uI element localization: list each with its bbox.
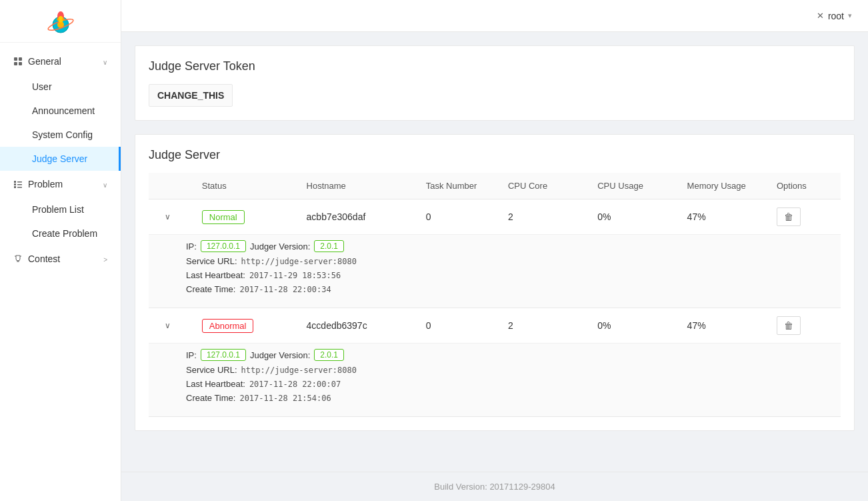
sidebar-item-system-config[interactable]: System Config xyxy=(0,123,121,147)
detail-url-line-1: Service URL: http://judge-server:8080 xyxy=(186,365,830,375)
detail-create-line-1: Create Time: 2017-11-28 21:54:06 xyxy=(186,393,830,403)
contest-chevron-icon xyxy=(103,254,107,264)
detail-create-line-0: Create Time: 2017-11-28 22:00:34 xyxy=(186,284,830,294)
col-header-hostname: Hostname xyxy=(296,173,415,199)
problem-chevron-icon xyxy=(103,179,107,189)
delete-button-0[interactable]: 🗑 xyxy=(777,207,801,226)
create-time-label-1: Create Time: xyxy=(186,393,235,403)
memory-usage-cell-1: 47% xyxy=(677,308,766,344)
detail-heartbeat-line-1: Last Heartbeat: 2017-11-28 22:00:07 xyxy=(186,379,830,389)
svg-rect-16 xyxy=(17,187,22,188)
service-url-label-0: Service URL: xyxy=(186,256,237,266)
app-header: ✕ root ▾ xyxy=(121,0,868,32)
judge-token-section: Judge Server Token CHANGE_THIS xyxy=(135,45,855,121)
list-icon xyxy=(13,179,23,189)
cpu-core-cell-0: 2 xyxy=(497,199,587,235)
expand-button-1[interactable]: ∨ xyxy=(159,318,176,333)
judge-server-title: Judge Server xyxy=(149,148,841,162)
cpu-core-cell-1: 2 xyxy=(497,308,587,344)
version-badge-1: 2.0.1 xyxy=(314,349,344,361)
user-chevron-icon: ▾ xyxy=(848,11,852,20)
build-version: Build Version: 20171129-29804 xyxy=(434,482,555,492)
svg-point-5 xyxy=(57,18,59,21)
menu-group-problem: Problem Problem List Create Problem xyxy=(0,171,121,245)
expand-button-0[interactable]: ∨ xyxy=(159,209,176,224)
token-value: CHANGE_THIS xyxy=(149,84,233,107)
delete-button-1[interactable]: 🗑 xyxy=(777,316,801,335)
sidebar-logo xyxy=(0,0,121,43)
memory-usage-cell-0: 47% xyxy=(677,199,766,235)
menu-group-problem-header[interactable]: Problem xyxy=(0,171,121,197)
svg-rect-8 xyxy=(19,57,22,61)
main-content: Judge Server Token CHANGE_THIS Judge Ser… xyxy=(121,32,868,472)
last-heartbeat-value-1: 2017-11-28 22:00:07 xyxy=(249,380,341,389)
detail-row-0: IP: 127.0.0.1 Judger Version: 2.0.1 Serv… xyxy=(149,235,841,308)
service-url-value-1: http://judge-server:8080 xyxy=(241,366,357,375)
menu-group-problem-label: Problem xyxy=(28,179,63,189)
username-label: root xyxy=(828,11,844,21)
menu-group-contest-header[interactable]: Contest xyxy=(0,245,121,272)
col-header-expand xyxy=(149,173,191,199)
ip-label-1: IP: xyxy=(186,350,197,360)
menu-group-general: General User Announcement System Config … xyxy=(0,48,121,171)
task-number-cell-0: 0 xyxy=(415,199,497,235)
cpu-usage-cell-0: 0% xyxy=(587,199,676,235)
detail-url-line-0: Service URL: http://judge-server:8080 xyxy=(186,256,830,266)
judge-server-table: Status Hostname Task Number CPU Core CPU… xyxy=(149,173,841,417)
hostname-cell-1: 4ccdedb6397c xyxy=(296,308,415,344)
svg-rect-13 xyxy=(14,183,16,185)
col-header-status: Status xyxy=(191,173,296,199)
svg-rect-9 xyxy=(14,62,17,65)
svg-rect-14 xyxy=(17,184,22,185)
close-icon: ✕ xyxy=(817,11,824,21)
detail-content-1: IP: 127.0.0.1 Judger Version: 2.0.1 Serv… xyxy=(186,349,830,403)
detail-heartbeat-line-0: Last Heartbeat: 2017-11-29 18:53:56 xyxy=(186,270,830,280)
svg-rect-10 xyxy=(19,62,22,65)
create-time-value-1: 2017-11-28 21:54:06 xyxy=(239,394,331,403)
service-url-label-1: Service URL: xyxy=(186,365,237,375)
menu-group-general-label: General xyxy=(28,56,61,67)
user-dropdown[interactable]: ✕ root ▾ xyxy=(817,11,852,21)
sidebar: General User Announcement System Config … xyxy=(0,0,121,501)
col-header-cpu-usage: CPU Usage xyxy=(587,173,676,199)
col-header-memory-usage: Memory Usage xyxy=(677,173,766,199)
sidebar-item-announcement[interactable]: Announcement xyxy=(0,99,121,123)
general-chevron-icon xyxy=(103,56,107,67)
judge-token-title: Judge Server Token xyxy=(149,59,841,73)
ip-badge-1: 127.0.0.1 xyxy=(201,349,246,361)
status-badge-0: Normal xyxy=(202,210,245,224)
judge-server-section: Judge Server Status Hostname Task Number… xyxy=(135,134,855,431)
detail-content-0: IP: 127.0.0.1 Judger Version: 2.0.1 Serv… xyxy=(186,240,830,294)
last-heartbeat-value-0: 2017-11-29 18:53:56 xyxy=(249,271,341,280)
judger-version-label-0: Judger Version: xyxy=(250,241,310,252)
create-time-value-0: 2017-11-28 22:00:34 xyxy=(239,285,331,294)
detail-row-1: IP: 127.0.0.1 Judger Version: 2.0.1 Serv… xyxy=(149,344,841,417)
col-header-task-number: Task Number xyxy=(415,173,497,199)
last-heartbeat-label-1: Last Heartbeat: xyxy=(186,379,245,389)
service-url-value-0: http://judge-server:8080 xyxy=(241,257,357,266)
hostname-cell-0: acbb7e306daf xyxy=(296,199,415,235)
task-number-cell-1: 0 xyxy=(415,308,497,344)
ip-label-0: IP: xyxy=(186,241,197,252)
svg-rect-7 xyxy=(14,57,17,61)
svg-rect-15 xyxy=(14,186,16,188)
detail-ip-line-0: IP: 127.0.0.1 Judger Version: 2.0.1 xyxy=(186,240,830,252)
sidebar-item-judge-server[interactable]: Judge Server xyxy=(0,147,121,171)
sidebar-nav: General User Announcement System Config … xyxy=(0,43,121,272)
sidebar-item-problem-list[interactable]: Problem List xyxy=(0,197,121,221)
trophy-icon xyxy=(13,254,23,264)
svg-rect-11 xyxy=(14,181,16,183)
svg-point-6 xyxy=(62,18,65,21)
menu-group-general-header[interactable]: General xyxy=(0,48,121,75)
sidebar-item-create-problem[interactable]: Create Problem xyxy=(0,221,121,245)
menu-group-contest-label: Contest xyxy=(28,254,60,264)
grid-icon xyxy=(13,57,23,66)
status-badge-1: Abnormal xyxy=(202,319,254,333)
last-heartbeat-label-0: Last Heartbeat: xyxy=(186,270,245,280)
ip-badge-0: 127.0.0.1 xyxy=(201,240,246,252)
version-badge-0: 2.0.1 xyxy=(314,240,344,252)
menu-group-contest: Contest xyxy=(0,245,121,272)
col-header-cpu-core: CPU Core xyxy=(497,173,587,199)
table-row: ∨ Abnormal 4ccdedb6397c 0 2 0% 47% xyxy=(149,308,841,344)
sidebar-item-user[interactable]: User xyxy=(0,75,121,99)
